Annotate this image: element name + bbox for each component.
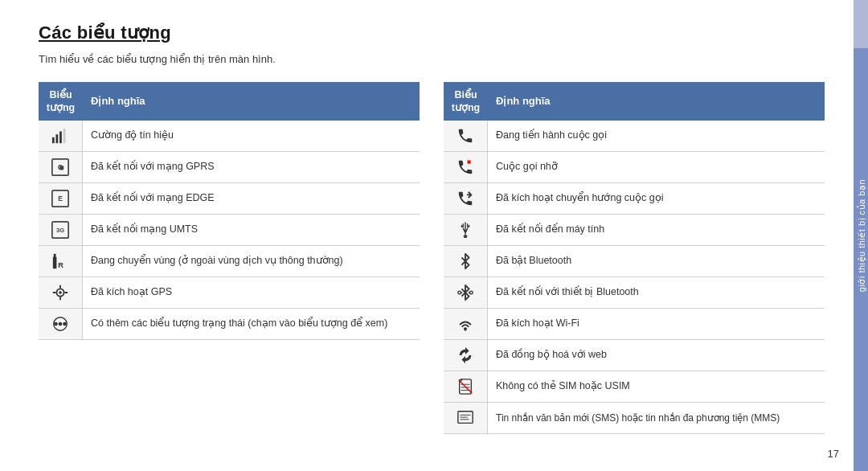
row-text: Cuộc gọi nhỡ: [488, 152, 825, 182]
icon-cell: [444, 277, 488, 308]
icon-cell: E: [39, 183, 83, 214]
row-text: Đã kích hoạt Wi-Fi: [488, 309, 825, 339]
svg-line-30: [459, 380, 473, 394]
gps-icon: [51, 284, 69, 301]
left-table-header: Biểutượng Định nghĩa: [39, 82, 420, 121]
svg-point-18: [63, 322, 67, 326]
svg-rect-0: [52, 137, 55, 143]
main-content: Các biểu tượng Tìm hiểu về các biểu tượn…: [0, 0, 854, 471]
icon-cell: [444, 215, 488, 245]
left-header-def-col: Định nghĩa: [83, 82, 420, 121]
icon-cell: [444, 371, 488, 402]
missed-call-icon: [457, 158, 474, 176]
two-column-layout: Biểutượng Định nghĩa Cường độ: [39, 82, 825, 456]
row-text: Đã kết nối với mạng GPRS: [83, 152, 420, 182]
page-title: Các biểu tượng: [39, 23, 825, 43]
row-text: Có thêm các biểu tượng trạng thái (chạm …: [83, 309, 420, 339]
row-text: Đã đồng bộ hoá với web: [488, 340, 825, 371]
svg-rect-1: [56, 134, 59, 143]
usb-icon: [457, 221, 474, 239]
svg-point-21: [458, 291, 461, 294]
row-text: Đang tiến hành cuộc gọi: [488, 121, 825, 151]
table-row: G Đã kết nối với mạng GPRS: [39, 152, 420, 183]
right-sidebar: giới thiệu thiết bị của bạn: [854, 0, 868, 471]
bluetooth-icon: [457, 252, 474, 270]
icon-cell: 3G: [39, 215, 83, 245]
right-header-icon-col: Biểutượng: [444, 82, 488, 121]
table-row: Cuộc gọi nhỡ: [444, 152, 825, 183]
table-row: E Đã kết nối với mạng EDGE: [39, 183, 420, 215]
svg-point-22: [470, 291, 473, 294]
svg-rect-3: [63, 129, 66, 143]
row-text: Đã kích hoạt chuyển hướng cuộc gọi: [488, 183, 825, 214]
call-forward-icon: [457, 190, 474, 207]
icon-cell: [39, 121, 83, 151]
svg-point-15: [59, 291, 62, 294]
table-row: Cường độ tín hiệu: [39, 121, 420, 152]
row-text: Không có thẻ SIM hoặc USIM: [488, 371, 825, 402]
svg-rect-2: [59, 132, 62, 144]
umts-icon: 3G: [51, 221, 69, 239]
row-text: Đã kết nối với mạng EDGE: [83, 183, 420, 214]
icon-cell: [444, 340, 488, 371]
table-row: Đã kích hoạt GPS: [39, 277, 420, 309]
icon-cell: [444, 309, 488, 339]
svg-point-17: [59, 322, 63, 326]
row-text: Cường độ tín hiệu: [83, 121, 420, 151]
svg-text:3G: 3G: [56, 227, 64, 234]
svg-rect-12: [54, 254, 56, 258]
table-row: Đã bật Bluetooth: [444, 246, 825, 277]
svg-rect-20: [464, 236, 467, 238]
table-row: Đã đồng bộ hoá với web: [444, 340, 825, 371]
right-header-bieutung: Biểutượng: [452, 88, 480, 115]
bt-connected-icon: [457, 284, 474, 301]
table-row: Đã kết nối đến máy tính: [444, 215, 825, 246]
sync-icon: [457, 346, 474, 364]
icon-cell: [444, 403, 488, 433]
page-number: 17: [828, 448, 839, 460]
table-row: R Đang chuyển vùng (ở ngoài vùng dịch vụ…: [39, 246, 420, 277]
table-row: Có thêm các biểu tượng trạng thái (chạm …: [39, 309, 420, 340]
table-row: Đang tiến hành cuộc gọi: [444, 121, 825, 152]
sidebar-scrollbar[interactable]: [854, 0, 868, 48]
table-row: Không có thẻ SIM hoặc USIM: [444, 371, 825, 403]
table-row: Đã kích hoạt Wi-Fi: [444, 309, 825, 340]
row-text: Tin nhắn văn bản mới (SMS) hoặc tin nhắn…: [488, 403, 825, 433]
wifi-icon: [457, 315, 474, 333]
right-header-def-col: Định nghĩa: [488, 82, 825, 121]
table-row: Tin nhắn văn bản mới (SMS) hoặc tin nhắn…: [444, 403, 825, 434]
svg-point-25: [465, 329, 467, 331]
row-text: Đã kết nối đến máy tính: [488, 215, 825, 245]
gprs-icon: G: [51, 158, 69, 176]
left-header-icon-col: Biểutượng: [39, 82, 83, 121]
row-text: Đang chuyển vùng (ở ngoài vùng dịch vụ t…: [83, 246, 420, 276]
call-active-icon: [457, 127, 474, 145]
icon-cell: [444, 183, 488, 214]
icon-cell: [444, 152, 488, 182]
left-header-bieutung: Biểutượng: [47, 88, 75, 115]
sms-icon: [457, 409, 474, 427]
icon-cell: [444, 246, 488, 276]
svg-text:R: R: [58, 261, 63, 269]
row-text: Đã kết nối với thiết bị Bluetooth: [488, 277, 825, 308]
signal-icon: [51, 127, 69, 145]
edge-icon: E: [51, 190, 69, 207]
icon-cell: [39, 309, 83, 339]
no-sim-icon: [457, 378, 474, 395]
roaming-icon: R: [51, 252, 69, 270]
row-text: Đã kết nối mạng UMTS: [83, 215, 420, 245]
row-text: Đã kích hoạt GPS: [83, 277, 420, 308]
svg-rect-11: [53, 257, 57, 269]
svg-rect-6: [59, 166, 63, 170]
svg-point-16: [54, 322, 58, 326]
table-row: Đã kết nối với thiết bị Bluetooth: [444, 277, 825, 309]
icon-cell: R: [39, 246, 83, 276]
icon-cell: G: [39, 152, 83, 182]
svg-text:E: E: [58, 195, 63, 203]
sidebar-label: giới thiệu thiết bị của bạn: [856, 179, 866, 292]
more-icon: [51, 315, 69, 333]
right-table-header: Biểutượng Định nghĩa: [444, 82, 825, 121]
left-table: Biểutượng Định nghĩa Cường độ: [39, 82, 420, 456]
table-row: 3G Đã kết nối mạng UMTS: [39, 215, 420, 246]
row-text: Đã bật Bluetooth: [488, 246, 825, 276]
